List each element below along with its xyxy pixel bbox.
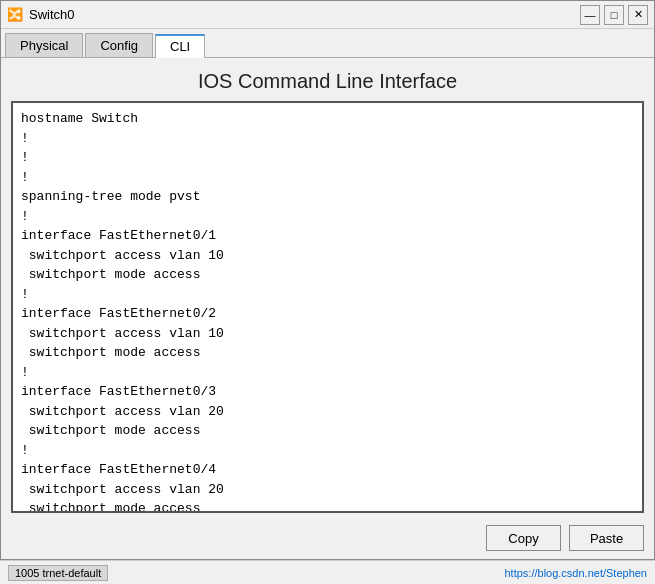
- title-bar: 🔀 Switch0 — □ ✕: [1, 1, 654, 29]
- paste-button[interactable]: Paste: [569, 525, 644, 551]
- tab-config[interactable]: Config: [85, 33, 153, 57]
- maximize-button[interactable]: □: [604, 5, 624, 25]
- app-icon: 🔀: [7, 7, 23, 23]
- page-title: IOS Command Line Interface: [1, 58, 654, 101]
- button-bar: Copy Paste: [1, 521, 654, 559]
- cli-content[interactable]: hostname Switch ! ! ! spanning-tree mode…: [13, 103, 642, 511]
- status-bar-left: 1005 trnet-default: [8, 565, 505, 581]
- cli-area: hostname Switch ! ! ! spanning-tree mode…: [11, 101, 644, 513]
- status-segment-1: 1005 trnet-default: [8, 565, 108, 581]
- title-bar-left: 🔀 Switch0: [7, 7, 75, 23]
- tab-bar: Physical Config CLI: [1, 29, 654, 58]
- close-button[interactable]: ✕: [628, 5, 648, 25]
- window-controls: — □ ✕: [580, 5, 648, 25]
- minimize-button[interactable]: —: [580, 5, 600, 25]
- tab-cli[interactable]: CLI: [155, 34, 205, 58]
- status-link: https://blog.csdn.net/Stephen: [505, 567, 648, 579]
- status-bar: 1005 trnet-default https://blog.csdn.net…: [0, 560, 655, 584]
- main-window: 🔀 Switch0 — □ ✕ Physical Config CLI IOS …: [0, 0, 655, 560]
- copy-button[interactable]: Copy: [486, 525, 561, 551]
- tab-physical[interactable]: Physical: [5, 33, 83, 57]
- window-title: Switch0: [29, 7, 75, 22]
